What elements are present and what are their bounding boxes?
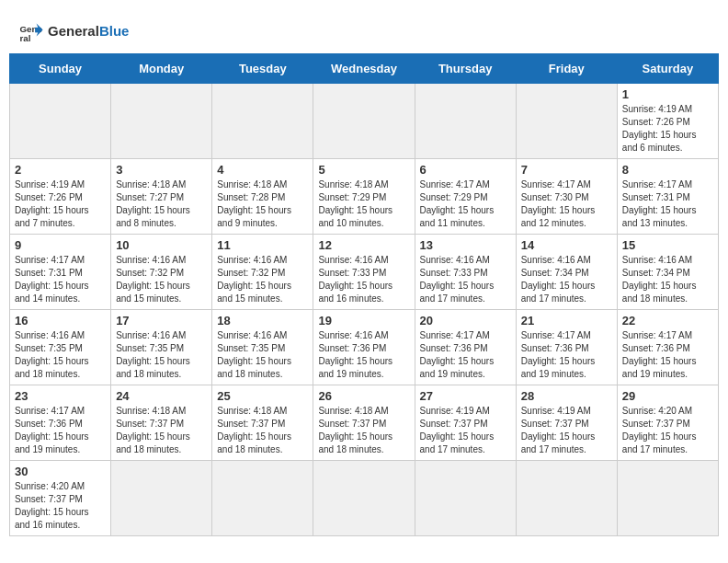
day-number: 6 bbox=[420, 163, 511, 177]
calendar-table: Sunday Monday Tuesday Wednesday Thursday… bbox=[9, 53, 719, 536]
day-number: 15 bbox=[622, 238, 713, 252]
day-info: Sunrise: 4:18 AM Sunset: 7:37 PM Dayligh… bbox=[116, 405, 207, 456]
header-monday: Monday bbox=[111, 54, 212, 84]
calendar-cell: 11Sunrise: 4:16 AM Sunset: 7:32 PM Dayli… bbox=[212, 235, 313, 310]
day-info: Sunrise: 4:17 AM Sunset: 7:36 PM Dayligh… bbox=[622, 329, 713, 381]
logo-blue: Blue bbox=[99, 23, 130, 39]
calendar-cell: 7Sunrise: 4:17 AM Sunset: 7:30 PM Daylig… bbox=[516, 159, 617, 235]
day-number: 29 bbox=[622, 389, 713, 403]
day-number: 3 bbox=[116, 163, 207, 177]
day-info: Sunrise: 4:16 AM Sunset: 7:35 PM Dayligh… bbox=[217, 329, 308, 381]
calendar-cell: 14Sunrise: 4:16 AM Sunset: 7:34 PM Dayli… bbox=[516, 235, 617, 310]
day-number: 2 bbox=[15, 163, 106, 177]
day-number: 27 bbox=[420, 389, 511, 403]
day-number: 1 bbox=[622, 87, 713, 101]
calendar-cell: 23Sunrise: 4:17 AM Sunset: 7:36 PM Dayli… bbox=[10, 385, 111, 461]
day-info: Sunrise: 4:20 AM Sunset: 7:37 PM Dayligh… bbox=[15, 480, 106, 532]
day-info: Sunrise: 4:18 AM Sunset: 7:27 PM Dayligh… bbox=[116, 178, 207, 230]
svg-text:ral: ral bbox=[19, 33, 30, 43]
calendar-cell: 24Sunrise: 4:18 AM Sunset: 7:37 PM Dayli… bbox=[111, 385, 212, 461]
logo: Gene ral GeneralBlue bbox=[18, 18, 129, 44]
svg-rect-3 bbox=[35, 28, 39, 33]
calendar-cell bbox=[111, 461, 212, 536]
calendar-cell: 16Sunrise: 4:16 AM Sunset: 7:35 PM Dayli… bbox=[10, 310, 111, 385]
calendar-cell: 29Sunrise: 4:20 AM Sunset: 7:37 PM Dayli… bbox=[617, 385, 718, 461]
day-info: Sunrise: 4:16 AM Sunset: 7:33 PM Dayligh… bbox=[420, 254, 511, 305]
day-info: Sunrise: 4:18 AM Sunset: 7:28 PM Dayligh… bbox=[217, 178, 308, 230]
header-saturday: Saturday bbox=[617, 54, 718, 84]
day-number: 22 bbox=[622, 314, 713, 327]
day-info: Sunrise: 4:17 AM Sunset: 7:29 PM Dayligh… bbox=[420, 178, 511, 230]
day-number: 26 bbox=[318, 389, 409, 403]
day-number: 11 bbox=[217, 238, 308, 252]
day-number: 30 bbox=[15, 465, 106, 478]
day-number: 7 bbox=[521, 163, 612, 177]
header-tuesday: Tuesday bbox=[212, 54, 313, 84]
day-number: 23 bbox=[15, 389, 106, 403]
day-info: Sunrise: 4:17 AM Sunset: 7:31 PM Dayligh… bbox=[622, 178, 713, 230]
day-number: 16 bbox=[15, 314, 106, 327]
day-number: 10 bbox=[116, 238, 207, 252]
calendar-cell: 15Sunrise: 4:16 AM Sunset: 7:34 PM Dayli… bbox=[617, 235, 718, 310]
logo-icon: Gene ral bbox=[18, 18, 44, 44]
day-info: Sunrise: 4:16 AM Sunset: 7:33 PM Dayligh… bbox=[318, 254, 409, 305]
calendar-cell: 17Sunrise: 4:16 AM Sunset: 7:35 PM Dayli… bbox=[111, 310, 212, 385]
calendar-cell bbox=[212, 461, 313, 536]
calendar-cell: 25Sunrise: 4:18 AM Sunset: 7:37 PM Dayli… bbox=[212, 385, 313, 461]
day-number: 5 bbox=[318, 163, 409, 177]
calendar-cell: 28Sunrise: 4:19 AM Sunset: 7:37 PM Dayli… bbox=[516, 385, 617, 461]
day-number: 19 bbox=[318, 314, 409, 327]
day-number: 14 bbox=[521, 238, 612, 252]
day-number: 21 bbox=[521, 314, 612, 327]
logo-general: General bbox=[48, 23, 99, 39]
calendar-cell: 26Sunrise: 4:18 AM Sunset: 7:37 PM Dayli… bbox=[313, 385, 415, 461]
day-info: Sunrise: 4:17 AM Sunset: 7:36 PM Dayligh… bbox=[521, 329, 612, 381]
calendar-cell: 1Sunrise: 4:19 AM Sunset: 7:26 PM Daylig… bbox=[617, 84, 718, 159]
day-info: Sunrise: 4:18 AM Sunset: 7:37 PM Dayligh… bbox=[318, 405, 409, 456]
day-info: Sunrise: 4:16 AM Sunset: 7:36 PM Dayligh… bbox=[318, 329, 409, 381]
header-friday: Friday bbox=[516, 54, 617, 84]
calendar-cell bbox=[415, 461, 516, 536]
day-info: Sunrise: 4:16 AM Sunset: 7:32 PM Dayligh… bbox=[116, 254, 207, 305]
calendar-cell: 12Sunrise: 4:16 AM Sunset: 7:33 PM Dayli… bbox=[313, 235, 415, 310]
calendar-cell bbox=[10, 84, 111, 159]
calendar-cell: 21Sunrise: 4:17 AM Sunset: 7:36 PM Dayli… bbox=[516, 310, 617, 385]
calendar-cell bbox=[313, 461, 415, 536]
calendar-cell: 8Sunrise: 4:17 AM Sunset: 7:31 PM Daylig… bbox=[617, 159, 718, 235]
calendar-cell: 10Sunrise: 4:16 AM Sunset: 7:32 PM Dayli… bbox=[111, 235, 212, 310]
calendar-cell: 13Sunrise: 4:16 AM Sunset: 7:33 PM Dayli… bbox=[415, 235, 516, 310]
weekday-header-row: Sunday Monday Tuesday Wednesday Thursday… bbox=[10, 54, 719, 84]
calendar-cell: 2Sunrise: 4:19 AM Sunset: 7:26 PM Daylig… bbox=[10, 159, 111, 235]
calendar-cell: 30Sunrise: 4:20 AM Sunset: 7:37 PM Dayli… bbox=[10, 461, 111, 536]
day-number: 18 bbox=[217, 314, 308, 327]
calendar-cell bbox=[111, 84, 212, 159]
calendar-cell: 20Sunrise: 4:17 AM Sunset: 7:36 PM Dayli… bbox=[415, 310, 516, 385]
calendar-cell bbox=[617, 461, 718, 536]
calendar-cell bbox=[313, 84, 415, 159]
day-info: Sunrise: 4:19 AM Sunset: 7:26 PM Dayligh… bbox=[15, 178, 106, 230]
day-info: Sunrise: 4:20 AM Sunset: 7:37 PM Dayligh… bbox=[622, 405, 713, 456]
calendar-cell: 18Sunrise: 4:16 AM Sunset: 7:35 PM Dayli… bbox=[212, 310, 313, 385]
day-info: Sunrise: 4:18 AM Sunset: 7:37 PM Dayligh… bbox=[217, 405, 308, 456]
calendar-cell: 27Sunrise: 4:19 AM Sunset: 7:37 PM Dayli… bbox=[415, 385, 516, 461]
calendar-cell: 19Sunrise: 4:16 AM Sunset: 7:36 PM Dayli… bbox=[313, 310, 415, 385]
day-number: 17 bbox=[116, 314, 207, 327]
day-info: Sunrise: 4:17 AM Sunset: 7:30 PM Dayligh… bbox=[521, 178, 612, 230]
calendar-cell: 9Sunrise: 4:17 AM Sunset: 7:31 PM Daylig… bbox=[10, 235, 111, 310]
calendar-cell bbox=[212, 84, 313, 159]
day-number: 9 bbox=[15, 238, 106, 252]
day-number: 4 bbox=[217, 163, 308, 177]
day-info: Sunrise: 4:19 AM Sunset: 7:37 PM Dayligh… bbox=[521, 405, 612, 456]
calendar-cell bbox=[516, 461, 617, 536]
day-info: Sunrise: 4:17 AM Sunset: 7:36 PM Dayligh… bbox=[420, 329, 511, 381]
calendar-cell bbox=[415, 84, 516, 159]
header-thursday: Thursday bbox=[415, 54, 516, 84]
day-number: 12 bbox=[318, 238, 409, 252]
calendar-cell bbox=[516, 84, 617, 159]
day-number: 25 bbox=[217, 389, 308, 403]
calendar-cell: 3Sunrise: 4:18 AM Sunset: 7:27 PM Daylig… bbox=[111, 159, 212, 235]
day-info: Sunrise: 4:16 AM Sunset: 7:32 PM Dayligh… bbox=[217, 254, 308, 305]
day-info: Sunrise: 4:16 AM Sunset: 7:35 PM Dayligh… bbox=[15, 329, 106, 381]
day-number: 24 bbox=[116, 389, 207, 403]
header-wednesday: Wednesday bbox=[313, 54, 415, 84]
